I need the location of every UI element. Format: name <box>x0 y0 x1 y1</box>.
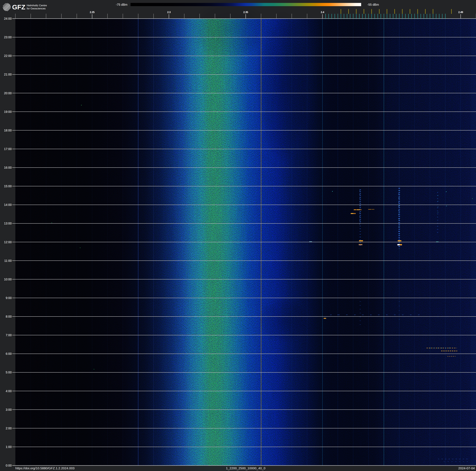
svg-text:Helmholtz Centre: Helmholtz Centre <box>27 4 47 7</box>
svg-text:2.35: 2.35 <box>243 11 248 14</box>
svg-text:9:00: 9:00 <box>6 296 12 300</box>
svg-text:15:00: 15:00 <box>4 184 12 188</box>
svg-text:19:00: 19:00 <box>4 110 12 113</box>
svg-text:2024-07-04: 2024-07-04 <box>458 466 475 470</box>
svg-text:2.3: 2.3 <box>167 11 170 14</box>
svg-text:4:00: 4:00 <box>6 389 12 393</box>
svg-text:21:00: 21:00 <box>4 73 12 76</box>
svg-text:2.4: 2.4 <box>321 11 324 14</box>
svg-text:2:00: 2:00 <box>6 427 12 430</box>
svg-text:GFZ: GFZ <box>12 3 25 11</box>
svg-text:11:00: 11:00 <box>4 259 12 262</box>
svg-text:22:00: 22:00 <box>4 54 12 57</box>
svg-text:-55 dBm: -55 dBm <box>367 3 379 6</box>
svg-text:24:00: 24:00 <box>4 17 12 20</box>
svg-text:23:00: 23:00 <box>4 36 12 39</box>
svg-text:7:00: 7:00 <box>6 333 12 337</box>
svg-text:5:00: 5:00 <box>6 371 12 374</box>
svg-text:20:00: 20:00 <box>4 91 12 95</box>
svg-text:2.49: 2.49 <box>458 11 463 14</box>
svg-text:14:00: 14:00 <box>4 203 12 206</box>
svg-text:10:00: 10:00 <box>4 278 12 281</box>
svg-text:18:00: 18:00 <box>4 129 12 132</box>
svg-text:17:00: 17:00 <box>4 147 12 151</box>
svg-text:for Geosciences: for Geosciences <box>27 7 46 10</box>
svg-text:8:00: 8:00 <box>6 315 12 318</box>
svg-text:6:00: 6:00 <box>6 352 12 355</box>
svg-text:12:00: 12:00 <box>4 240 12 244</box>
svg-text:https://doi.org/10.5880/GFZ.1.: https://doi.org/10.5880/GFZ.1.2.2024.003 <box>15 466 74 470</box>
svg-text:0:00: 0:00 <box>6 464 12 467</box>
svg-text:16:00: 16:00 <box>4 166 12 169</box>
svg-text:13:00: 13:00 <box>4 222 12 225</box>
svg-text:3:00: 3:00 <box>6 408 12 411</box>
svg-text:-75 dBm: -75 dBm <box>116 3 127 6</box>
svg-text:1:00: 1:00 <box>6 445 12 449</box>
svg-text:1_2200_2500_10000_40_0: 1_2200_2500_10000_40_0 <box>226 466 266 470</box>
svg-text:2.25: 2.25 <box>90 11 94 14</box>
